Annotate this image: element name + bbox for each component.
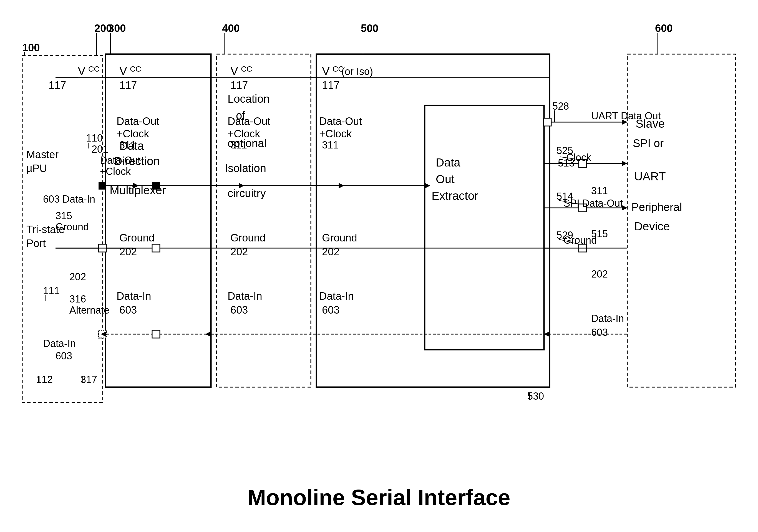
n603-datain-left: 603 Data-In [43,193,95,205]
svg-rect-17 [98,182,106,189]
uart-text: UART [634,170,666,183]
dataout-clock-500: Data-Out [319,116,362,127]
vcc-400-sub: CC [241,65,252,73]
svg-rect-36 [152,182,160,189]
label-mpu: µPU [26,163,47,174]
label-400: 400 [222,22,240,34]
svg-rect-38 [152,330,160,338]
datain-right-label: Data-In [591,313,624,324]
ground-529-label: Ground [564,235,597,246]
ground-315: Ground [55,221,89,233]
n202-right-label: 202 [591,268,608,280]
ground-300: Ground [120,232,155,244]
svg-rect-0 [0,0,758,532]
clock-label: Clock [566,152,592,163]
datain-603-label: Data-In [43,338,76,349]
uart-data-out-label: UART Data Out [591,110,661,121]
spi-data-out-label: SPI Data-Out [564,198,623,209]
vcc-400: V [230,64,238,78]
n202-left-label: 202 [69,271,86,283]
n202-500: 202 [322,246,339,257]
plus-clock-400: +Clock [227,128,260,140]
vcc-500: V [322,64,330,78]
svg-rect-62 [543,118,551,126]
plus-clock-201: +Clock [100,166,131,177]
n311-400: 311 [230,139,247,151]
spi-or-text: SPI or [633,137,664,149]
datain-300: Data-In [117,290,151,302]
data-out-extractor1: Data [436,156,461,169]
dataout-clock-400: Data-Out [227,116,271,127]
n110: 110 [86,132,103,144]
n317-label: 317 [81,374,97,385]
label-master: Master [26,149,58,160]
vcc-300: V [120,64,127,78]
n528-label: 528 [552,100,569,112]
n311-right-label: 311 [591,185,608,196]
n603-right-label: 603 [591,327,608,338]
label-port: Port [26,238,46,249]
n315-label: 315 [55,210,72,221]
n603-500: 603 [322,304,339,316]
n202-400: 202 [230,246,248,257]
diagram-container: 100 Master µPU Tri-state Port 200 300 Da… [0,0,758,532]
n201-label: 201 [91,144,108,155]
n117-300: 117 [120,79,137,91]
circuitry-text: circuitry [227,187,266,199]
plus-clock-300: +Clock [117,128,149,140]
plus-clock-500: +Clock [319,128,352,140]
n117-left: 117 [49,79,66,91]
isolation-text: Isolation [225,162,266,174]
n603-300: 603 [120,304,137,316]
n311-300: 311 [120,139,136,151]
svg-rect-37 [152,244,160,252]
label-500: 500 [361,22,378,34]
n117-400: 117 [230,79,248,91]
ground-400: Ground [230,232,266,244]
vcc-main: V [78,64,86,78]
vcc-or-iso: (or Iso) [341,66,373,77]
label-300: 300 [108,22,126,34]
n202-300: 202 [120,246,137,257]
label-100: 100 [22,42,40,53]
n311-500: 311 [322,139,339,151]
location-of: Location [227,93,269,105]
label-600: 600 [655,22,672,34]
n117-500: 117 [322,79,339,91]
ground-500: Ground [322,232,357,244]
datain-400: Data-In [227,290,262,302]
vcc-300-sub: CC [130,65,141,73]
n530-label: 530 [527,390,544,402]
n603-400: 603 [230,304,248,316]
vcc-main-sub: CC [88,65,99,73]
peripheral-text: Peripheral [632,201,682,213]
page-title: Monoline Serial Interface [248,485,510,510]
n112-label: 112 [36,374,53,385]
extractor-text: Extractor [431,189,478,202]
device-text: Device [634,220,670,233]
alternate-label: Alternate [69,304,109,316]
dataout-clock-300: Data-Out [117,116,159,127]
n603-bottom-label: 603 [55,350,72,362]
data-out-201: Data-Out [100,154,140,166]
data-out-extractor2: Out [436,173,455,186]
n111-label: 111 [43,285,60,296]
n316-label: 316 [69,293,86,305]
datain-500: Data-In [319,290,354,302]
